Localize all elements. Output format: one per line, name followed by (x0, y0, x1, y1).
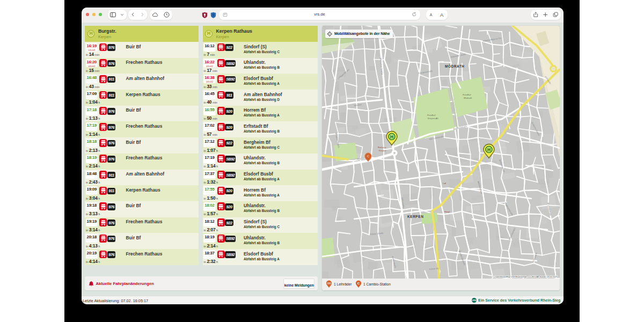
svg-text:Kerpen: Kerpen (379, 149, 386, 152)
svg-text:C: C (357, 282, 360, 285)
svg-text:Rathaus: Rathaus (378, 146, 386, 149)
svg-text:MÖDRATH: MÖDRATH (445, 64, 465, 68)
svg-text:Kerpen Alt: Kerpen Alt (428, 117, 438, 120)
svg-text:© OpenStreetMap und Mitwirkend: © OpenStreetMap und Mitwirkende, CC-BY-S… (493, 275, 558, 278)
svg-text:Häupl: Häupl (444, 210, 450, 213)
svg-text:KERPEN: KERPEN (407, 215, 423, 218)
svg-text:C: C (367, 155, 370, 158)
svg-text:Lidl: Lidl (443, 182, 446, 185)
svg-text:Friedhof: Friedhof (463, 93, 471, 96)
svg-text:H: H (487, 147, 491, 152)
svg-text:Mödrath: Mödrath (464, 97, 472, 99)
svg-text:H: H (390, 134, 393, 140)
svg-text:Friedhof: Friedhof (427, 114, 436, 116)
